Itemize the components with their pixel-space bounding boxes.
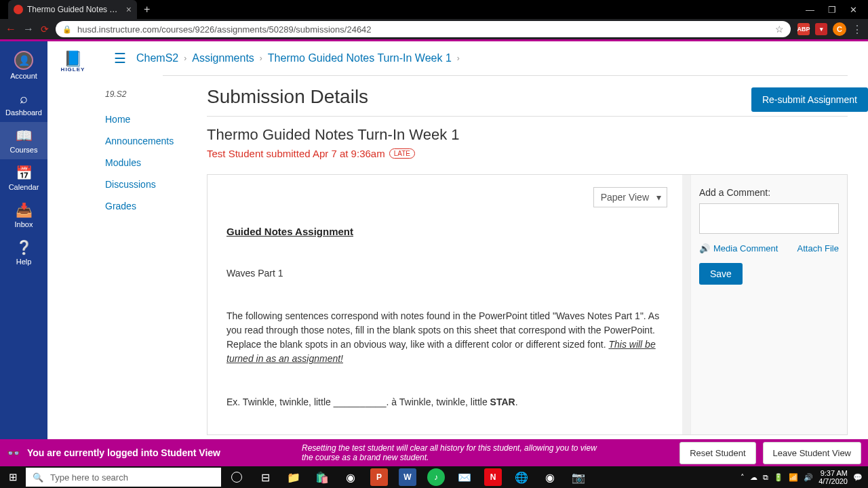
close-window-icon[interactable]: ✕ xyxy=(850,5,857,15)
taskbar-search[interactable]: 🔍 Type here to search xyxy=(26,468,221,487)
scrollbar-thumb[interactable] xyxy=(683,175,690,297)
tray-chevron-icon[interactable]: ˄ xyxy=(741,473,745,482)
nav-dashboard-label: Dashboard xyxy=(5,108,42,117)
logo-icon: 📘 xyxy=(64,52,83,66)
browser-titlebar: Thermo Guided Notes Turn-In W × + — ❐ ✕ xyxy=(0,0,868,19)
crumb-section[interactable]: Assignments xyxy=(192,52,254,64)
mail-icon[interactable]: ✉️ xyxy=(453,466,476,488)
comment-textarea[interactable] xyxy=(699,203,839,234)
student-view-bar: 👓 You are currently logged into Student … xyxy=(0,439,868,466)
document-preview[interactable]: Paper View Guided Notes Assignment Waves… xyxy=(208,175,691,434)
close-icon[interactable]: × xyxy=(126,4,132,15)
task-view-icon[interactable]: ⊟ xyxy=(254,466,277,488)
tray-battery-icon[interactable]: 🔋 xyxy=(774,473,783,482)
submission-area: Submission Details Grade: / 0 Thermo Gui… xyxy=(207,76,848,435)
edge-icon[interactable]: 🌐 xyxy=(510,466,533,488)
audio-icon: 🔊 xyxy=(699,243,710,253)
tab-title: Thermo Guided Notes Turn-In W xyxy=(27,5,122,14)
start-button[interactable]: ⊞ xyxy=(0,466,26,488)
word-icon[interactable]: W xyxy=(396,466,419,488)
course-nav-home[interactable]: Home xyxy=(105,114,130,125)
cortana-icon[interactable] xyxy=(225,466,248,488)
store-icon[interactable]: 🛍️ xyxy=(311,466,334,488)
course-nav-discussions[interactable]: Discussions xyxy=(105,179,156,190)
search-placeholder: Type here to search xyxy=(50,472,128,483)
powerpoint-icon[interactable]: P xyxy=(368,466,391,488)
chrome-icon[interactable]: ◉ xyxy=(538,466,561,488)
nav-help-label: Help xyxy=(16,258,32,266)
nav-account[interactable]: 👤 Account xyxy=(0,45,47,85)
notifications-icon[interactable]: 💬 xyxy=(853,473,863,482)
school-logo[interactable]: 📘 HIGLEY xyxy=(47,41,102,466)
pdf-extension-icon[interactable]: ▾ xyxy=(815,23,827,35)
tray-onedrive-icon[interactable]: ☁ xyxy=(750,473,757,482)
nav-courses[interactable]: 📖 Courses xyxy=(0,122,47,159)
crumb-page[interactable]: Thermo Guided Notes Turn-In Week 1 xyxy=(268,52,452,64)
tray-dropbox-icon[interactable]: ⧉ xyxy=(763,473,768,482)
taskbar: ⊞ 🔍 Type here to search ⊟ 📁 🛍️ ◉ P W ♪ ✉… xyxy=(0,466,868,488)
submitted-status: Test Student submitted Apr 7 at 9:36am L… xyxy=(207,148,848,159)
nav-dashboard[interactable]: ⌕ Dashboard xyxy=(0,85,47,122)
lock-icon: 🔒 xyxy=(62,25,72,34)
media-comment-link[interactable]: 🔊 Media Comment xyxy=(699,243,778,253)
profile-avatar[interactable]: C xyxy=(833,22,846,36)
doc-example: Ex. Twinkle, twinkle, little __________.… xyxy=(226,396,671,407)
tray-wifi-icon[interactable]: 📶 xyxy=(789,473,798,482)
calendar-icon: 📅 xyxy=(16,165,33,181)
nav-courses-label: Courses xyxy=(10,146,38,154)
tray-volume-icon[interactable]: 🔊 xyxy=(804,473,813,482)
media-comment-label: Media Comment xyxy=(713,243,778,253)
dashboard-icon: ⌕ xyxy=(20,91,28,106)
hamburger-icon[interactable]: ☰ xyxy=(114,50,126,66)
taskbar-clock[interactable]: 9:37 AM 4/7/2020 xyxy=(818,469,848,485)
student-view-desc: Resetting the test student will clear al… xyxy=(302,443,600,463)
abp-extension-icon[interactable]: ABP xyxy=(797,23,810,35)
back-icon[interactable]: ← xyxy=(5,23,16,35)
course-term: 19.S2 xyxy=(102,89,207,99)
doc-example-c: . xyxy=(515,396,518,407)
minimize-icon[interactable]: — xyxy=(806,5,814,15)
attach-file-link[interactable]: Attach File xyxy=(797,243,839,253)
forward-icon[interactable]: → xyxy=(23,23,34,35)
breadcrumb: ChemS2 › Assignments › Thermo Guided Not… xyxy=(136,52,460,64)
doc-title: Guided Notes Assignment xyxy=(226,226,671,237)
address-bar[interactable]: 🔒 husd.instructure.com/courses/9226/assi… xyxy=(56,21,791,37)
course-nav-grades[interactable]: Grades xyxy=(105,201,136,211)
new-tab-button[interactable]: + xyxy=(144,3,150,16)
page: 👤 Account ⌕ Dashboard 📖 Courses 📅 Calend… xyxy=(0,39,868,466)
save-button[interactable]: Save xyxy=(699,263,743,285)
user-avatar-icon: 👤 xyxy=(14,51,33,70)
extension-icons: ABP ▾ C ⋮ xyxy=(797,22,863,36)
reload-icon[interactable]: ⟳ xyxy=(41,24,49,35)
doc-example-bold: STAR xyxy=(490,396,515,407)
netflix-icon[interactable]: N xyxy=(481,466,505,488)
kebab-menu-icon[interactable]: ⋮ xyxy=(852,23,863,36)
nav-help[interactable]: ❔ Help xyxy=(0,234,47,271)
course-nav-announcements[interactable]: Announcements xyxy=(105,136,174,146)
search-icon: 🔍 xyxy=(33,472,43,483)
browser-tab[interactable]: Thermo Guided Notes Turn-In W × xyxy=(8,0,137,19)
chevron-right-icon: › xyxy=(184,54,186,63)
course-nav-modules[interactable]: Modules xyxy=(105,157,141,168)
help-icon: ❔ xyxy=(16,239,33,256)
steam-icon[interactable]: ◉ xyxy=(339,466,362,488)
resubmit-button[interactable]: Re-submit Assignment xyxy=(751,87,868,112)
spotify-icon[interactable]: ♪ xyxy=(425,466,448,488)
leave-student-view-button[interactable]: Leave Student View xyxy=(763,442,861,464)
crumb-course[interactable]: ChemS2 xyxy=(136,52,178,64)
global-nav: 👤 Account ⌕ Dashboard 📖 Courses 📅 Calend… xyxy=(0,41,47,466)
comment-label: Add a Comment: xyxy=(699,187,839,198)
nav-inbox-label: Inbox xyxy=(15,220,33,228)
camera-icon[interactable]: 📷 xyxy=(567,466,590,488)
maximize-icon[interactable]: ❐ xyxy=(828,5,836,15)
nav-account-label: Account xyxy=(10,72,37,80)
nav-calendar-label: Calendar xyxy=(9,183,39,191)
inbox-icon: 📥 xyxy=(16,202,33,218)
file-explorer-icon[interactable]: 📁 xyxy=(282,466,305,488)
nav-calendar[interactable]: 📅 Calendar xyxy=(0,159,47,197)
bookmark-star-icon[interactable]: ☆ xyxy=(775,24,784,35)
nav-inbox[interactable]: 📥 Inbox xyxy=(0,197,47,234)
reset-student-button[interactable]: Reset Student xyxy=(679,442,755,464)
clock-date: 4/7/2020 xyxy=(818,477,848,485)
view-mode-select[interactable]: Paper View xyxy=(593,187,667,207)
